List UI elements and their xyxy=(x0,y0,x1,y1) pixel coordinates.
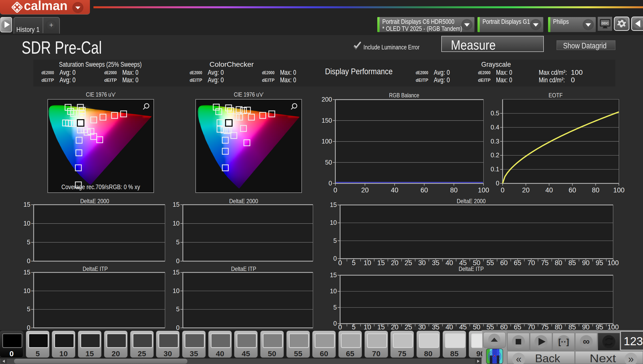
svg-text:dEITP: dEITP xyxy=(262,78,275,83)
svg-text:60: 60 xyxy=(500,259,508,267)
svg-text:Grayscale: Grayscale xyxy=(481,60,511,68)
svg-text:30: 30 xyxy=(418,323,426,331)
svg-text:Max: 0: Max: 0 xyxy=(280,68,296,76)
svg-text:100: 100 xyxy=(571,68,583,76)
svg-text:15: 15 xyxy=(173,201,180,208)
svg-text:35: 35 xyxy=(432,323,439,331)
svg-text:Min cd/m²:: Min cd/m²: xyxy=(539,76,565,84)
svg-text:50: 50 xyxy=(473,323,480,331)
svg-text:dE2000: dE2000 xyxy=(104,70,117,75)
svg-text:40: 40 xyxy=(391,186,398,194)
svg-text:70: 70 xyxy=(527,323,535,331)
svg-text:10: 10 xyxy=(330,287,337,295)
svg-text:10: 10 xyxy=(173,220,180,227)
svg-text:DeltaE 2000: DeltaE 2000 xyxy=(457,198,486,204)
svg-text:0.3: 0.3 xyxy=(491,138,499,145)
svg-text:RGB Balance: RGB Balance xyxy=(389,92,419,99)
svg-text:Back: Back xyxy=(535,352,560,364)
svg-text:80: 80 xyxy=(592,186,599,194)
svg-text:5: 5 xyxy=(352,323,356,331)
svg-text:55: 55 xyxy=(487,259,494,267)
svg-text:CIE 1976 u'v': CIE 1976 u'v' xyxy=(86,91,116,98)
svg-text:dE2000: dE2000 xyxy=(478,70,491,75)
svg-text:dEITP: dEITP xyxy=(41,78,54,83)
svg-text:25: 25 xyxy=(405,323,412,331)
svg-text:95: 95 xyxy=(596,259,603,267)
svg-text:0: 0 xyxy=(496,180,499,187)
svg-text:95: 95 xyxy=(596,323,603,331)
svg-text:15: 15 xyxy=(377,323,385,331)
svg-text:dE2000: dE2000 xyxy=(416,70,428,75)
svg-text:∞: ∞ xyxy=(583,336,590,347)
svg-text:40: 40 xyxy=(545,186,553,194)
svg-text:10: 10 xyxy=(330,219,337,226)
svg-text:0: 0 xyxy=(333,255,337,262)
svg-text:80: 80 xyxy=(555,259,562,267)
svg-text:30: 30 xyxy=(418,259,426,267)
svg-text:10: 10 xyxy=(23,220,30,227)
svg-text:0.5: 0.5 xyxy=(491,110,499,117)
svg-text:100: 100 xyxy=(607,323,619,331)
svg-text:DeltaE 2000: DeltaE 2000 xyxy=(80,198,109,204)
svg-text:Saturation Sweeps (25% Sweeps): Saturation Sweeps (25% Sweeps) xyxy=(59,60,142,68)
svg-text:dEITP: dEITP xyxy=(416,78,428,83)
svg-text:90: 90 xyxy=(582,323,590,331)
svg-text:0: 0 xyxy=(333,186,337,194)
svg-text:DeltaE ITP: DeltaE ITP xyxy=(459,265,484,272)
svg-text:dEITP: dEITP xyxy=(104,78,117,83)
svg-text:Max: 0: Max: 0 xyxy=(122,68,138,76)
svg-text:100: 100 xyxy=(478,186,489,194)
svg-text:Avg: 0: Avg: 0 xyxy=(60,68,76,76)
svg-text:15: 15 xyxy=(23,269,30,276)
svg-text:dE2000: dE2000 xyxy=(190,70,202,75)
svg-text:70: 70 xyxy=(527,259,535,267)
svg-text:10: 10 xyxy=(364,323,371,331)
svg-text:0: 0 xyxy=(176,257,180,264)
svg-text:5: 5 xyxy=(333,237,337,244)
svg-text:15: 15 xyxy=(330,271,337,278)
svg-text:55: 55 xyxy=(487,323,494,331)
svg-text:0: 0 xyxy=(27,257,30,264)
svg-text:20: 20 xyxy=(361,186,369,194)
svg-text:75: 75 xyxy=(541,323,549,331)
svg-text:5: 5 xyxy=(176,239,180,246)
svg-text:Next: Next xyxy=(590,352,616,364)
svg-text:60: 60 xyxy=(500,323,508,331)
svg-text:15: 15 xyxy=(377,259,385,267)
svg-text:10: 10 xyxy=(364,259,371,267)
svg-text:75: 75 xyxy=(541,259,549,267)
svg-text:5: 5 xyxy=(176,306,180,313)
svg-text:0: 0 xyxy=(333,320,337,327)
svg-text:100: 100 xyxy=(607,259,619,267)
svg-text:EOTF: EOTF xyxy=(549,92,563,99)
svg-text:20: 20 xyxy=(391,323,398,331)
svg-text:[··]: [··] xyxy=(558,337,569,346)
svg-text:0.4: 0.4 xyxy=(491,124,499,131)
svg-text:«: « xyxy=(516,353,521,364)
svg-text:DeltaE ITP: DeltaE ITP xyxy=(231,265,256,272)
svg-text:10: 10 xyxy=(173,287,180,294)
svg-text:0.2: 0.2 xyxy=(491,152,499,159)
svg-text:10: 10 xyxy=(23,287,30,294)
svg-text:»: » xyxy=(628,353,634,364)
svg-text:0: 0 xyxy=(329,180,332,187)
svg-text:20: 20 xyxy=(391,259,398,267)
svg-text:Max cd/m²:: Max cd/m²: xyxy=(539,68,567,76)
svg-text:0.1: 0.1 xyxy=(491,166,499,173)
svg-text:15: 15 xyxy=(173,269,180,276)
svg-text:Display Performance: Display Performance xyxy=(325,66,393,76)
svg-text:0: 0 xyxy=(571,76,575,84)
svg-text:40: 40 xyxy=(446,323,453,331)
svg-text:85: 85 xyxy=(568,259,576,267)
svg-text:45: 45 xyxy=(459,323,467,331)
svg-text:65: 65 xyxy=(514,323,521,331)
svg-text:Avg: 0: Avg: 0 xyxy=(434,68,450,76)
svg-text:Max: 0: Max: 0 xyxy=(280,76,296,84)
svg-text:Max: 0: Max: 0 xyxy=(496,76,512,84)
svg-text:80: 80 xyxy=(450,186,458,194)
svg-text:65: 65 xyxy=(514,259,521,267)
svg-text:Coverage rec.709/sRGB: 0 % xy: Coverage rec.709/sRGB: 0 % xy xyxy=(62,183,140,191)
svg-text:0: 0 xyxy=(338,259,342,267)
svg-text:Max: 0: Max: 0 xyxy=(496,68,512,76)
svg-text:150: 150 xyxy=(322,117,332,124)
